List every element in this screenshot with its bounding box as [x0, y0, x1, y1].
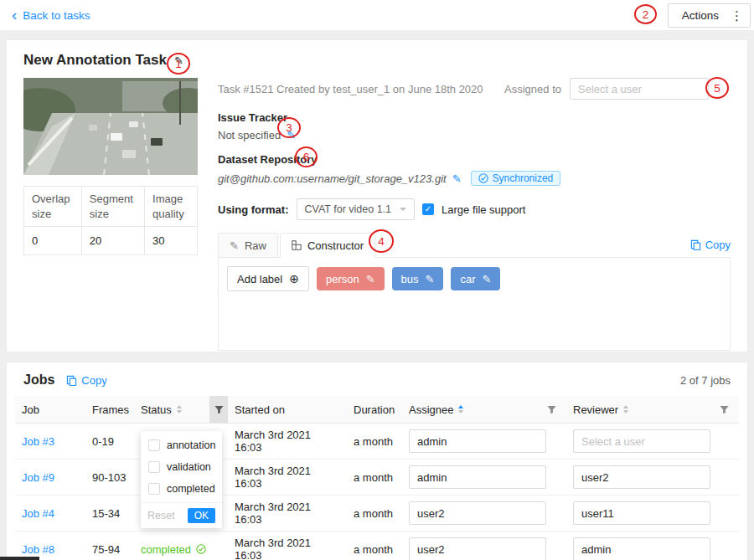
filter-reset-button[interactable]: Reset	[147, 510, 175, 521]
checkbox-icon[interactable]	[148, 461, 160, 473]
repository-url: git@github.com:username/git_storage_v123…	[218, 172, 447, 185]
sync-status-badge: Synchronized	[471, 171, 561, 186]
tab-constructor[interactable]: Constructor	[280, 233, 375, 258]
frames-cell: 75-94	[85, 532, 134, 560]
job-link[interactable]: Job #8	[22, 543, 54, 556]
actions-label: Actions	[682, 9, 719, 22]
filter-status-icon[interactable]	[209, 396, 228, 423]
filter-assignee-icon[interactable]	[543, 399, 560, 419]
add-label-button[interactable]: Add label ⊕	[227, 266, 309, 291]
screen-edge-artifact	[0, 557, 39, 560]
assignee-input[interactable]	[409, 501, 546, 525]
reviewer-input[interactable]	[573, 465, 710, 489]
sort-reviewer-icon[interactable]	[623, 405, 628, 414]
annotation-circle-1: 1	[167, 53, 190, 74]
column-job: Job	[15, 396, 85, 424]
column-started-on: Started on	[228, 396, 347, 424]
label-tag-person[interactable]: person ✎	[317, 267, 385, 290]
started-cell: March 3rd 2021 16:03	[228, 532, 347, 560]
job-link[interactable]: Job #9	[22, 471, 54, 484]
column-status[interactable]: Status	[134, 396, 228, 424]
job-link[interactable]: Job #3	[22, 435, 54, 448]
param-header-quality: Image quality	[145, 187, 198, 227]
assignee-input[interactable]	[409, 429, 546, 453]
assignee-input[interactable]	[409, 537, 546, 560]
column-assignee[interactable]: Assignee	[402, 396, 566, 424]
copy-icon	[66, 375, 77, 386]
jobs-header-row: Job Frames Status Started on Duration	[15, 396, 739, 424]
copy-labels-label: Copy	[705, 239, 731, 251]
edit-label-icon[interactable]: ✎	[366, 274, 375, 285]
reviewer-input[interactable]	[573, 501, 710, 525]
assignee-input[interactable]	[409, 465, 546, 489]
task-assignee-input[interactable]	[570, 78, 709, 100]
back-arrow-icon: ‹	[12, 7, 17, 23]
raw-pencil-icon: ✎	[230, 240, 239, 251]
label-tag-bus[interactable]: bus ✎	[392, 267, 444, 290]
table-row: Job #4 15-34 March 3rd 2021 16:03 a mont…	[15, 496, 739, 532]
duration-cell: a month	[347, 532, 402, 560]
edit-label-icon[interactable]: ✎	[426, 274, 435, 285]
task-meta-text: Task #1521 Created by test_user_1 on Jun…	[218, 83, 483, 95]
duration-cell: a month	[347, 460, 402, 496]
table-row: Job #9 90-103 March 3rd 2021 16:03 a mon…	[15, 460, 739, 496]
chevron-down-icon	[400, 208, 406, 211]
checkbox-icon[interactable]	[148, 483, 160, 495]
checkbox-icon[interactable]	[148, 439, 160, 451]
reviewer-input[interactable]	[573, 429, 710, 453]
job-link[interactable]: Job #4	[22, 507, 54, 520]
column-frames: Frames	[85, 396, 134, 424]
param-header-segment: Segment size	[81, 187, 144, 227]
frames-cell: 90-103	[85, 460, 134, 496]
road-scene-illustration	[23, 78, 198, 175]
back-to-tasks-link[interactable]: ‹ Back to tasks	[12, 8, 90, 23]
filter-option-annotation[interactable]: annotation	[141, 434, 222, 456]
column-reviewer[interactable]: Reviewer	[566, 396, 739, 424]
sort-assignee-icon[interactable]	[458, 405, 463, 414]
task-preview-image	[23, 78, 198, 175]
filter-option-validation[interactable]: validation	[141, 456, 222, 478]
format-row: Using format: CVAT for video 1.1 Large f…	[218, 198, 731, 220]
labels-tabs-row: ✎ Raw Constructor Copy	[218, 233, 731, 257]
status-cell: completed	[134, 532, 228, 560]
task-params-table: Overlap size Segment size Image quality …	[23, 186, 198, 255]
large-file-checkbox[interactable]	[422, 203, 434, 215]
jobs-card: Jobs Copy 2 of 7 jobs Job Frames Status	[6, 362, 748, 560]
add-label-text: Add label	[237, 273, 282, 285]
label-name: car	[460, 273, 475, 285]
format-select[interactable]: CVAT for video 1.1	[297, 198, 416, 220]
tab-raw[interactable]: ✎ Raw	[218, 233, 278, 258]
more-options-icon: ⋮	[731, 9, 743, 22]
column-duration: Duration	[347, 396, 402, 424]
labels-constructor-panel: Add label ⊕ person ✎ bus ✎ car ✎	[218, 257, 731, 351]
param-value-overlap: 0	[24, 227, 82, 255]
jobs-count: 2 of 7 jobs	[680, 374, 731, 387]
status-badge: completed	[141, 543, 221, 556]
check-circle-icon	[196, 544, 206, 554]
duration-cell: a month	[347, 496, 402, 532]
actions-button[interactable]: Actions ⋮	[668, 3, 751, 28]
annotation-circle-6: 6	[295, 146, 318, 167]
edit-label-icon[interactable]: ✎	[483, 274, 492, 285]
copy-icon	[690, 239, 701, 250]
edit-repository-icon[interactable]: ✎	[452, 173, 462, 184]
annotation-circle-3: 3	[277, 117, 301, 138]
label-name: person	[326, 273, 359, 285]
param-value-quality: 30	[145, 227, 198, 255]
reviewer-input[interactable]	[573, 537, 710, 560]
filter-option-completed[interactable]: completed	[141, 478, 222, 500]
label-tag-car[interactable]: car ✎	[451, 267, 500, 290]
sort-status-icon[interactable]	[177, 405, 182, 414]
task-title-row: New Annotation Task ✎	[23, 52, 731, 69]
annotation-circle-2: 2	[634, 4, 657, 24]
table-row: Job #8 75-94 completed March 3rd 2021 16…	[15, 532, 739, 560]
table-row: Job #3 0-19 March 3rd 2021 16:03 a month	[15, 424, 739, 460]
label-name: bus	[401, 273, 419, 285]
filter-reviewer-icon[interactable]	[715, 399, 732, 419]
jobs-table: Job Frames Status Started on Duration	[15, 396, 739, 560]
back-to-tasks-label: Back to tasks	[23, 9, 90, 22]
copy-labels-button[interactable]: Copy	[690, 239, 731, 251]
copy-jobs-button[interactable]: Copy	[66, 374, 106, 387]
filter-ok-button[interactable]: OK	[188, 508, 215, 523]
assigned-to-label: Assigned to	[504, 83, 561, 95]
